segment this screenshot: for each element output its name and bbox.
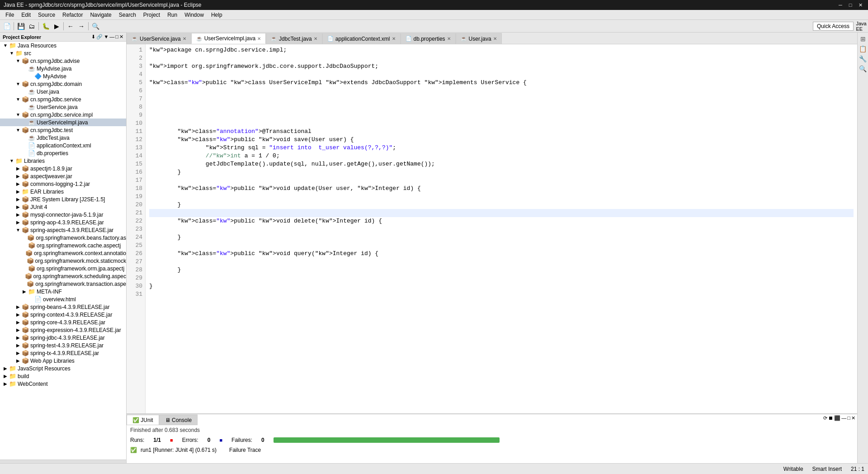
menu-item-run[interactable]: Run: [164, 11, 181, 19]
next-edit-button[interactable]: →: [76, 21, 86, 31]
new-button[interactable]: 📄: [2, 21, 12, 31]
breakpoint-11[interactable]: [132, 128, 135, 136]
tree-item-44[interactable]: ▶📁WebContent: [0, 380, 126, 388]
breakpoint-8[interactable]: [135, 103, 139, 111]
bottom-maximize-icon[interactable]: □: [847, 415, 850, 421]
tab-close-3[interactable]: ✕: [392, 36, 396, 41]
tree-item-9[interactable]: ▼📦cn.sprngJdbc.service.impl: [0, 111, 126, 118]
breakpoint-17[interactable]: [132, 176, 135, 185]
breakpoint-30[interactable]: [132, 282, 135, 290]
sidebar-icon-4[interactable]: 🔍: [859, 64, 868, 73]
tree-item-38[interactable]: ▶📦spring-jdbc-4.3.9.RELEASE.jar: [0, 334, 126, 341]
collapse-all-icon[interactable]: ⬇: [91, 34, 95, 40]
bottom-panel-btn-2[interactable]: ⏹: [828, 415, 833, 421]
tree-item-8[interactable]: ☕UserService.java: [0, 103, 126, 111]
debug-button[interactable]: 🐛: [41, 21, 51, 31]
link-editor-icon[interactable]: 🔗: [96, 34, 103, 40]
minimize-button[interactable]: ─: [836, 1, 844, 9]
restore-button[interactable]: □: [846, 1, 854, 9]
tree-item-34[interactable]: ▶📦spring-beans-4.3.9.RELEASE.jar: [0, 303, 126, 311]
breakpoint-13[interactable]: [132, 144, 135, 152]
breakpoint-1[interactable]: [135, 46, 139, 54]
tree-item-1[interactable]: ▼📁src: [0, 49, 126, 57]
tree-item-37[interactable]: ▶📦spring-expression-4.3.9.RELEASE.jar: [0, 326, 126, 334]
tab-close-4[interactable]: ✕: [447, 36, 451, 41]
tree-item-16[interactable]: ▶📦aspectjrt-1.8.9.jar: [0, 165, 126, 172]
breakpoint-29[interactable]: [132, 274, 135, 282]
breakpoint-18[interactable]: [132, 185, 135, 193]
breakpoint-27[interactable]: [132, 258, 135, 266]
menu-item-project[interactable]: Project: [140, 11, 164, 19]
breakpoint-24[interactable]: [132, 233, 135, 242]
breakpoint-12[interactable]: [132, 136, 135, 144]
tab-UserService-java[interactable]: ☕UserService.java✕: [127, 33, 191, 44]
tree-item-42[interactable]: ▶📁JavaScript Resources: [0, 365, 126, 372]
tab-UserServiceImpl-java[interactable]: ☕UserServiceImpl.java✕: [191, 33, 266, 44]
tree-item-28[interactable]: 📦org.springframework.mock.staticmock: [0, 257, 126, 265]
bottom-tab-console[interactable]: 🖥 Console: [159, 415, 198, 425]
tree-item-4[interactable]: 🔷MyAdvise: [0, 72, 126, 80]
tree-item-0[interactable]: ▼📁Java Resources: [0, 42, 126, 49]
perspective-button[interactable]: Java EE: [856, 21, 866, 31]
tree-item-19[interactable]: ▶📁EAR Libraries: [0, 188, 126, 195]
breakpoint-20[interactable]: [132, 201, 135, 209]
sidebar-icon-1[interactable]: ⊞: [859, 34, 868, 43]
breakpoint-22[interactable]: [132, 217, 135, 225]
code-editor[interactable]: 1 2 3 4 5 6 7 8 9 10 11 12 13 14 15 16 1…: [127, 44, 857, 413]
breakpoint-25[interactable]: [132, 242, 135, 250]
tab-close-1[interactable]: ✕: [257, 36, 261, 41]
breakpoint-15[interactable]: [132, 160, 135, 168]
tree-item-35[interactable]: ▶📦spring-context-4.3.9.RELEASE.jar: [0, 311, 126, 318]
breakpoint-23[interactable]: [132, 225, 135, 233]
bottom-minimize-icon[interactable]: —: [841, 415, 846, 421]
breakpoint-31[interactable]: [132, 290, 135, 299]
search-button[interactable]: 🔍: [90, 21, 100, 31]
tree-item-31[interactable]: 📦org.springframework.transaction.aspe: [0, 280, 126, 288]
tree-item-7[interactable]: ▼📦cn.sprngJdbc.service: [0, 95, 126, 103]
breakpoint-6[interactable]: [135, 87, 139, 95]
tree-item-26[interactable]: 📦org.springframework.cache.aspectj: [0, 242, 126, 249]
tree-item-22[interactable]: ▶📦mysql-connector-java-5.1.9.jar: [0, 211, 126, 218]
tree-item-10[interactable]: ☕UserServiceImpl.java: [0, 118, 126, 126]
breakpoint-19[interactable]: [132, 193, 135, 201]
run-button[interactable]: ▶: [52, 21, 61, 31]
tab-User-java[interactable]: ☕User.java✕: [456, 33, 502, 44]
tab-close-5[interactable]: ✕: [493, 36, 497, 41]
panel-menu-icon[interactable]: ▼: [104, 34, 108, 40]
tab-close-0[interactable]: ✕: [183, 36, 186, 41]
tree-item-13[interactable]: 📄applicationContext.xml: [0, 142, 126, 149]
tab-JdbcTest-java[interactable]: ☕JdbcTest.java✕: [266, 33, 322, 44]
tree-item-36[interactable]: ▶📦spring-core-4.3.9.RELEASE.jar: [0, 318, 126, 326]
prev-edit-button[interactable]: ←: [66, 21, 75, 31]
menu-item-navigate[interactable]: Navigate: [86, 11, 115, 19]
breakpoint-5[interactable]: [135, 79, 139, 87]
breakpoint-3[interactable]: [135, 62, 139, 71]
sidebar-icon-2[interactable]: 📋: [859, 44, 868, 53]
breakpoint-9[interactable]: [135, 111, 139, 119]
menu-item-edit[interactable]: Edit: [18, 11, 34, 19]
maximize-panel-icon[interactable]: □: [115, 34, 118, 40]
quick-access-button[interactable]: Quick Access: [813, 22, 854, 31]
menu-item-source[interactable]: Source: [34, 11, 59, 19]
bottom-tab-junit[interactable]: ✅ JUnit: [127, 415, 159, 425]
code-area[interactable]: "kw">package cn.sprngJdbc.service.impl; …: [146, 44, 857, 413]
breakpoint-4[interactable]: [135, 71, 139, 79]
tree-item-14[interactable]: 📄db.properties: [0, 149, 126, 157]
tree-item-5[interactable]: ▼📦cn.sprngJdbc.domain: [0, 80, 126, 88]
tab-db-properties[interactable]: 📄db.properties✕: [401, 33, 456, 44]
tree-item-24[interactable]: ▼📦spring-aspects-4.3.9.RELEASE.jar: [0, 226, 126, 234]
breakpoint-14[interactable]: [132, 152, 135, 160]
tree-item-30[interactable]: 📦org.springframework.scheduling.aspec: [0, 272, 126, 280]
tab-close-2[interactable]: ✕: [314, 36, 317, 41]
breakpoint-7[interactable]: [135, 95, 139, 103]
tree-item-29[interactable]: 📦org.springframework.orm.jpa.aspectj: [0, 265, 126, 272]
tree-item-25[interactable]: 📦org.springframework.beans.factory.as: [0, 234, 126, 242]
breakpoint-16[interactable]: [132, 168, 135, 176]
tree-item-15[interactable]: ▼📁Libraries: [0, 157, 126, 165]
tree-item-18[interactable]: ▶📦commons-logging-1.2.jar: [0, 180, 126, 188]
tree-item-6[interactable]: ☕User.java: [0, 88, 126, 95]
bottom-panel-btn-1[interactable]: ⟳: [823, 415, 827, 421]
close-button[interactable]: ✕: [856, 1, 864, 9]
tree-item-32[interactable]: ▶📁META-INF: [0, 288, 126, 295]
tree-item-27[interactable]: 📦org.springframework.context.annotatio: [0, 249, 126, 257]
